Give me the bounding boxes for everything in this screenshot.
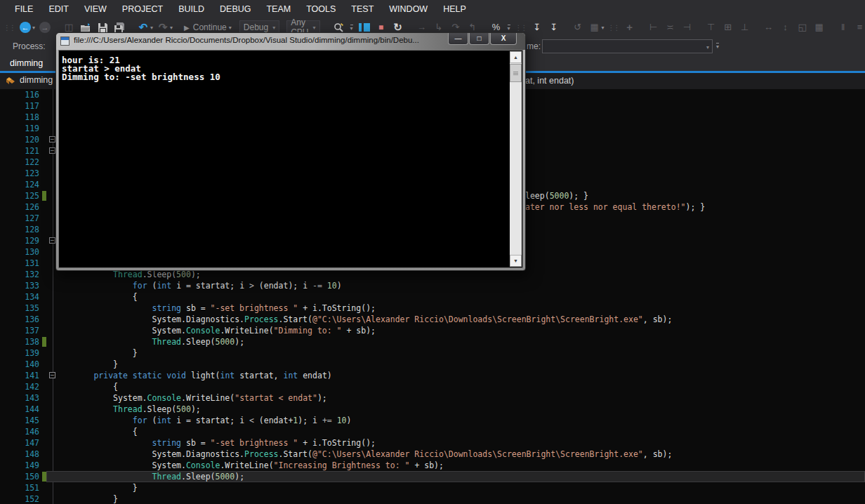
align-left-edges-icon[interactable]: ⊢ xyxy=(648,22,659,33)
toolbar-overflow-icon[interactable]: ▾ xyxy=(716,43,719,49)
code-line-138[interactable]: 138 Thread.Sleep(5000); xyxy=(0,336,865,347)
code-line-145[interactable]: 145 for (int i = startat; i < (endat+1);… xyxy=(0,415,865,426)
code-line-141[interactable]: 141– private static void light(int start… xyxy=(0,370,865,381)
redo-icon[interactable]: ↷ xyxy=(157,22,169,33)
undo-icon[interactable]: ↶ xyxy=(138,22,149,33)
breakpoints-window-icon[interactable]: ↧ xyxy=(531,22,543,33)
dropdown-caret-icon[interactable]: ▾ xyxy=(32,25,35,31)
menu-edit[interactable]: EDIT xyxy=(41,0,76,18)
menu-help[interactable]: HELP xyxy=(435,0,474,18)
change-tracking-bar xyxy=(42,258,46,268)
navigate-backward-icon[interactable]: ← xyxy=(20,22,31,33)
scroll-down-icon[interactable]: ▼ xyxy=(510,255,522,267)
size-to-grid-icon[interactable]: ▦ xyxy=(814,22,825,33)
code-line-140[interactable]: 140 } xyxy=(0,359,865,370)
code-line-142[interactable]: 142 { xyxy=(0,381,865,392)
code-line-150[interactable]: 150 Thread.Sleep(5000); xyxy=(0,471,865,482)
code-line-143[interactable]: 143 System.Console.WriteLine("startat < … xyxy=(0,392,865,404)
same-height-icon[interactable]: ↕ xyxy=(780,22,791,33)
same-size-icon[interactable]: ◱ xyxy=(797,22,808,33)
line-number: 150 xyxy=(0,471,39,482)
line-number: 147 xyxy=(0,437,39,449)
collapse-region-icon[interactable]: – xyxy=(49,136,55,142)
class-icon xyxy=(6,75,15,85)
code-line-139[interactable]: 139 } xyxy=(0,347,865,359)
align-top-edges-icon[interactable]: ⊤ xyxy=(706,22,717,33)
menu-tools[interactable]: TOOLS xyxy=(298,0,343,18)
console-output[interactable]: hour is: 21startat > endatDimming to: -s… xyxy=(58,50,523,268)
navbar-type-dropdown[interactable]: dimming xyxy=(6,75,53,85)
tab-dimming[interactable]: dimming xyxy=(0,56,53,71)
scroll-up-icon[interactable]: ▲ xyxy=(510,51,522,63)
menu-view[interactable]: VIEW xyxy=(77,0,114,18)
code-text: } xyxy=(55,493,118,504)
collapse-region-icon[interactable]: – xyxy=(49,147,55,154)
console-title-bar[interactable]: file:///C:/Users/Alexander Riccio/Docume… xyxy=(56,33,525,50)
code-line-136[interactable]: 136 System.Diagnostics.Process.Start(@"C… xyxy=(0,314,865,325)
scrollbar-thumb[interactable] xyxy=(510,64,522,82)
stop-icon[interactable]: ■ xyxy=(376,22,387,33)
menu-team[interactable]: TEAM xyxy=(258,0,298,18)
code-line-137[interactable]: 137 System.Console.WriteLine("Dimming to… xyxy=(0,325,865,336)
code-line-144[interactable]: 144 Thread.Sleep(500); xyxy=(0,404,865,415)
menu-file[interactable]: FILE xyxy=(7,0,41,18)
code-line-135[interactable]: 135 string sb = "-set brightness " + i.T… xyxy=(0,303,865,314)
hex-display-icon[interactable]: % xyxy=(491,22,502,33)
stack-frame-combo[interactable]: ▾ xyxy=(542,39,713,53)
code-line-152[interactable]: 152 } xyxy=(0,493,865,504)
toolbar-overflow-icon[interactable]: ▾ xyxy=(508,25,510,31)
new-item-icon[interactable]: ◫ xyxy=(63,22,74,33)
dropdown-caret-icon[interactable]: ▾ xyxy=(150,25,153,31)
code-line-151[interactable]: 151 } xyxy=(0,482,865,493)
save-all-icon[interactable] xyxy=(114,22,125,33)
code-line-148[interactable]: 148 System.Diagnostics.Process.Start(@"C… xyxy=(0,449,865,460)
collapse-region-icon[interactable]: – xyxy=(49,237,55,244)
menu-debug[interactable]: DEBUG xyxy=(212,0,258,18)
step-out-icon[interactable]: ↰ xyxy=(467,22,478,33)
step-into-icon[interactable]: ↳ xyxy=(433,22,444,33)
continue-button[interactable]: ▶Continue▾ xyxy=(184,22,233,32)
toolbar-overflow-icon[interactable]: ▾ xyxy=(350,25,353,31)
code-line-133[interactable]: 133 for (int i = startat; i > (endat); i… xyxy=(0,280,865,291)
menu-test[interactable]: TEST xyxy=(343,0,381,18)
line-number: 141 xyxy=(0,370,39,381)
navigate-forward-icon[interactable]: → xyxy=(39,22,51,33)
minimize-button[interactable]: — xyxy=(448,33,468,45)
vertical-spacing-icon[interactable]: ≡ xyxy=(854,22,865,33)
code-text: Thread.Sleep(5000); xyxy=(55,471,244,482)
console-scrollbar[interactable]: ▲ ▼ xyxy=(510,51,522,267)
navbar-member-fragment[interactable]: at, int endat) xyxy=(525,76,574,86)
maximize-button[interactable]: □ xyxy=(469,33,489,45)
align-bottom-edges-icon[interactable]: ⊥ xyxy=(739,22,751,33)
menu-project[interactable]: PROJECT xyxy=(114,0,171,18)
dropdown-caret-icon[interactable]: ▾ xyxy=(602,25,605,31)
dropdown-caret-icon[interactable]: ▾ xyxy=(170,25,173,31)
console-window[interactable]: file:///C:/Users/Alexander Riccio/Docume… xyxy=(55,32,526,271)
change-tracking-bar xyxy=(42,359,46,369)
code-line-147[interactable]: 147 string sb = "-set brightness " + i.T… xyxy=(0,437,865,449)
code-text: { xyxy=(55,381,118,392)
refresh-icon[interactable]: ↺ xyxy=(572,22,583,33)
show-next-statement-icon[interactable]: → xyxy=(416,22,428,33)
horizontal-spacing-icon[interactable]: ‖ xyxy=(838,22,849,33)
pause-icon[interactable] xyxy=(359,23,370,32)
find-icon[interactable] xyxy=(334,22,345,33)
bookmark-icon[interactable]: + xyxy=(624,22,635,33)
line-number: 127 xyxy=(0,213,39,224)
disabled-box-icon[interactable]: ▦ xyxy=(589,22,600,33)
align-middles-icon[interactable]: ⊞ xyxy=(722,22,734,33)
align-centers-icon[interactable]: ≍ xyxy=(665,22,676,33)
align-right-edges-icon[interactable]: ⊣ xyxy=(682,22,693,33)
step-over-icon[interactable]: ↷ xyxy=(450,22,461,33)
code-line-149[interactable]: 149 System.Console.WriteLine("Increasing… xyxy=(0,460,865,471)
save-icon[interactable] xyxy=(97,22,108,33)
restart-icon[interactable]: ↻ xyxy=(392,22,404,33)
code-line-134[interactable]: 134 { xyxy=(0,291,865,303)
close-button[interactable]: X xyxy=(490,33,517,45)
open-file-icon[interactable] xyxy=(80,22,91,33)
same-width-icon[interactable]: ↔ xyxy=(763,22,774,33)
menu-build[interactable]: BUILD xyxy=(171,0,212,18)
code-line-146[interactable]: 146 { xyxy=(0,426,865,437)
output-window-icon[interactable]: ↧ xyxy=(548,22,560,33)
menu-window[interactable]: WINDOW xyxy=(381,0,435,18)
